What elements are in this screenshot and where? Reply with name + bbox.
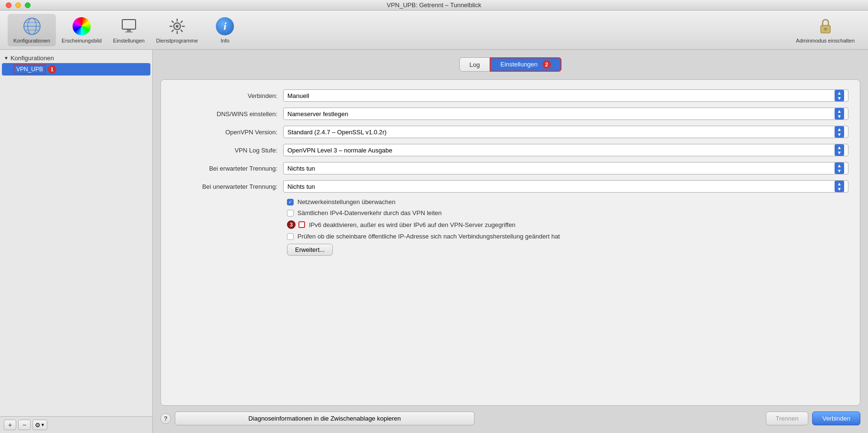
loglevel-select[interactable]: OpenVPN Level 3 – normale Ausgabe ▲ ▼ <box>283 144 848 156</box>
checkbox-row-ipv4: Sämtlichen IPv4-Datenverkehr durch das V… <box>287 209 848 216</box>
expected-arrow-icon: ▲ ▼ <box>835 162 844 174</box>
erweitert-section: Erweitert... <box>287 244 848 256</box>
admin-button[interactable]: Adminmodus einschalten <box>790 14 860 46</box>
konfigurationen-label: Konfigurationen <box>13 38 50 43</box>
info-icon: i <box>215 17 234 36</box>
toolbar-konfigurationen[interactable]: Konfigurationen <box>8 14 56 46</box>
lock-icon <box>816 17 835 36</box>
svg-rect-7 <box>127 30 131 32</box>
gear-dropdown-arrow: ▼ <box>41 422 45 427</box>
dns-label: DNS/WINS einstellen: <box>172 110 277 118</box>
checkbox-ipv6-label: IPv6 deaktivieren, außer es wird über IP… <box>309 221 516 228</box>
checkbox-row-ipv6: 3 IPv6 deaktivieren, außer es wird über … <box>287 220 848 229</box>
add-config-button[interactable]: + <box>4 420 16 430</box>
setting-row-dns: DNS/WINS einstellen: Nameserver festlege… <box>172 108 848 120</box>
checkbox-ipcheck[interactable] <box>287 233 294 240</box>
gear-icon <box>168 17 187 36</box>
gear-small-icon: ⚙ <box>35 422 41 429</box>
dns-arrow-icon: ▲ ▼ <box>835 108 844 119</box>
ipv6-row-badge: 3 <box>287 220 296 229</box>
einstellungen-toolbar-label: Einstellungen <box>113 38 145 43</box>
setting-row-loglevel: VPN Log Stufe: OpenVPN Level 3 – normale… <box>172 144 848 156</box>
colorwheel-icon <box>72 17 91 36</box>
svg-point-5 <box>24 18 40 34</box>
unexpected-select[interactable]: Nichts tun ▲ ▼ <box>283 180 848 193</box>
erscheinungsbild-label: Erscheinungsbild <box>62 38 102 43</box>
loglevel-value: OpenVPN Level 3 – normale Ausgabe <box>287 147 835 154</box>
monitor-icon <box>119 17 138 36</box>
openvpn-label: OpenVPN Version: <box>172 129 277 136</box>
remove-config-button[interactable]: − <box>18 420 31 430</box>
globe-icon <box>22 17 42 36</box>
diag-button[interactable]: Diagnoseinformationen in die Zwischenabl… <box>175 411 475 425</box>
checkbox-ipv6[interactable] <box>298 221 305 228</box>
info-label: Info <box>221 38 229 43</box>
toolbar-einstellungen[interactable]: Einstellungen <box>107 14 150 46</box>
right-panel: Log Einstellungen 2 Verbinden: Manuell ▲… <box>153 50 868 433</box>
sidebar-item-badge: 1 <box>48 65 56 74</box>
erweitert-button[interactable]: Erweitert... <box>287 244 333 256</box>
setting-row-expected: Bei erwarteter Trennung: Nichts tun ▲ ▼ <box>172 162 848 174</box>
verbinden-arrow-icon: ▲ ▼ <box>835 90 844 101</box>
verbinden-select[interactable]: Manuell ▲ ▼ <box>283 89 848 102</box>
main-content: ▼ Konfigurationen VPN_UPB 1 + − ⚙ ▼ Log <box>0 50 868 433</box>
verbinden-button[interactable]: Verbinden <box>812 411 860 425</box>
loglevel-label: VPN Log Stufe: <box>172 147 277 154</box>
sidebar-content: ▼ Konfigurationen VPN_UPB 1 <box>0 50 152 416</box>
sidebar-footer: + − ⚙ ▼ <box>0 416 152 433</box>
unexpected-arrow-icon: ▲ ▼ <box>835 181 844 192</box>
checkbox-ipv4[interactable] <box>287 210 294 216</box>
tab-log[interactable]: Log <box>459 57 490 72</box>
svg-point-9 <box>176 25 179 28</box>
tab-einstellungen-badge: 2 <box>542 60 551 69</box>
loglevel-arrow-icon: ▲ ▼ <box>835 144 844 156</box>
checkbox-ipcheck-label: Prüfen ob die scheinbare öffentliche IP-… <box>297 233 560 240</box>
admin-label: Adminmodus einschalten <box>796 38 855 43</box>
toolbar: Konfigurationen Erscheinungsbild Einstel… <box>0 11 868 50</box>
maximize-button[interactable] <box>25 2 31 8</box>
tab-einstellungen-label: Einstellungen <box>500 61 538 68</box>
sidebar-group-label: Konfigurationen <box>11 54 54 62</box>
checkbox-netzwerk-label: Netzwerkeinstellungen überwachen <box>297 198 395 206</box>
verbinden-value: Manuell <box>287 92 835 99</box>
expected-select[interactable]: Nichts tun ▲ ▼ <box>283 162 848 174</box>
tab-bar: Log Einstellungen 2 <box>160 57 860 72</box>
verbinden-label: Verbinden: <box>172 92 277 99</box>
toolbar-info[interactable]: i Info <box>203 14 246 46</box>
config-gear-button[interactable]: ⚙ ▼ <box>32 420 47 430</box>
help-button[interactable]: ? <box>160 413 171 424</box>
settings-panel: Verbinden: Manuell ▲ ▼ DNS/WINS einstell… <box>160 79 860 406</box>
sidebar-group-konfigurationen[interactable]: ▼ Konfigurationen <box>0 54 152 63</box>
openvpn-value: Standard (2.4.7 – OpenSSL v1.0.2r) <box>287 129 835 136</box>
sidebar-item-inner: VPN_UPB 1 <box>13 65 147 74</box>
sidebar: ▼ Konfigurationen VPN_UPB 1 + − ⚙ ▼ <box>0 50 153 433</box>
svg-point-11 <box>824 28 827 31</box>
openvpn-select[interactable]: Standard (2.4.7 – OpenSSL v1.0.2r) ▲ ▼ <box>283 126 848 138</box>
checkbox-row-ipcheck: Prüfen ob die scheinbare öffentliche IP-… <box>287 233 848 240</box>
setting-row-openvpn: OpenVPN Version: Standard (2.4.7 – OpenS… <box>172 126 848 138</box>
window-title: VPN_UPB: Getrennt – Tunnelblick <box>387 1 481 9</box>
minimize-button[interactable] <box>15 2 21 8</box>
expected-value: Nichts tun <box>287 165 835 172</box>
dns-select[interactable]: Nameserver festlegen ▲ ▼ <box>283 108 848 120</box>
expand-triangle-icon: ▼ <box>4 55 9 61</box>
svg-rect-6 <box>122 20 136 29</box>
bottom-bar: ? Diagnoseinformationen in die Zwischena… <box>160 411 860 425</box>
tab-einstellungen[interactable]: Einstellungen 2 <box>490 57 561 72</box>
openvpn-arrow-icon: ▲ ▼ <box>835 126 844 138</box>
traffic-lights <box>6 2 31 8</box>
svg-rect-8 <box>125 32 133 32</box>
checkbox-netzwerk[interactable] <box>287 199 294 206</box>
setting-row-unexpected: Bei unerwarteter Trennung: Nichts tun ▲ … <box>172 180 848 193</box>
dienstprogramme-label: Dienstprogramme <box>156 38 198 43</box>
trennen-button[interactable]: Trennen <box>766 411 809 425</box>
sidebar-item-vpnupb[interactable]: VPN_UPB 1 <box>2 63 150 76</box>
titlebar: VPN_UPB: Getrennt – Tunnelblick <box>0 0 868 11</box>
checkbox-row-netzwerk: Netzwerkeinstellungen überwachen <box>287 198 848 206</box>
sidebar-item-box: VPN_UPB <box>13 65 46 74</box>
toolbar-erscheinungsbild[interactable]: Erscheinungsbild <box>56 14 107 46</box>
close-button[interactable] <box>6 2 11 8</box>
setting-row-verbinden: Verbinden: Manuell ▲ ▼ <box>172 89 848 102</box>
unexpected-label: Bei unerwarteter Trennung: <box>172 183 277 190</box>
toolbar-dienstprogramme[interactable]: Dienstprogramme <box>150 14 203 46</box>
